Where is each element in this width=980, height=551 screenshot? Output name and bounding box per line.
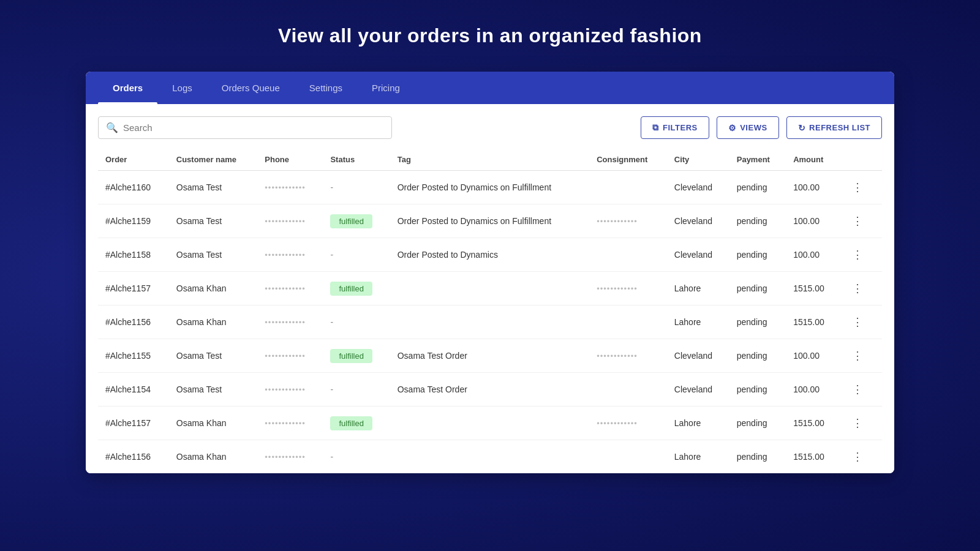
status-badge: fulfilled [330, 349, 372, 363]
cell-tag [390, 272, 589, 305]
cell-consignment [589, 305, 667, 339]
cell-order: #Alche1154 [98, 373, 169, 407]
consignment-value: •••••••••••• [597, 419, 638, 428]
row-more-button[interactable]: ⋮ [847, 449, 868, 465]
consignment-value: •••••••••••• [597, 284, 638, 293]
cell-customer: Osama Test [169, 373, 258, 407]
status-empty: - [330, 250, 333, 260]
tab-settings[interactable]: Settings [295, 72, 357, 104]
cell-more[interactable]: ⋮ [840, 305, 882, 339]
cell-status: fulfilled [323, 407, 390, 440]
table-row: #Alche1157 Osama Khan •••••••••••• fulfi… [98, 272, 882, 305]
table-row: #Alche1154 Osama Test •••••••••••• - Osa… [98, 373, 882, 407]
consignment-value: •••••••••••• [597, 217, 638, 226]
status-badge: fulfilled [330, 214, 372, 228]
cell-amount: 1515.00 [786, 407, 840, 440]
main-card: Orders Logs Orders Queue Settings Pricin… [86, 72, 894, 473]
cell-status: - [323, 440, 390, 474]
row-more-button[interactable]: ⋮ [847, 348, 868, 364]
cell-city: Lahore [667, 440, 729, 474]
tab-orders[interactable]: Orders [98, 72, 157, 104]
views-icon: ⚙ [728, 123, 737, 133]
tab-orders-queue[interactable]: Orders Queue [207, 72, 295, 104]
cell-amount: 100.00 [786, 171, 840, 204]
tab-bar: Orders Logs Orders Queue Settings Pricin… [86, 72, 894, 104]
cell-tag: Osama Test Order [390, 373, 589, 407]
col-city: City [667, 149, 729, 171]
col-tag: Tag [390, 149, 589, 171]
col-payment: Payment [729, 149, 786, 171]
cell-phone: •••••••••••• [257, 440, 323, 474]
col-customer: Customer name [169, 149, 258, 171]
tab-pricing[interactable]: Pricing [357, 72, 415, 104]
cell-phone: •••••••••••• [257, 204, 323, 238]
cell-payment: pending [729, 272, 786, 305]
cell-amount: 1515.00 [786, 305, 840, 339]
cell-tag: Order Posted to Dynamics on Fulfillment [390, 171, 589, 204]
cell-customer: Osama Khan [169, 305, 258, 339]
row-more-button[interactable]: ⋮ [847, 179, 868, 195]
col-status: Status [323, 149, 390, 171]
page-title: View all your orders in an organized fas… [278, 24, 702, 47]
cell-status: fulfilled [323, 272, 390, 305]
cell-city: Cleveland [667, 238, 729, 272]
cell-order: #Alche1156 [98, 305, 169, 339]
table-row: #Alche1155 Osama Test •••••••••••• fulfi… [98, 339, 882, 373]
views-button[interactable]: ⚙ VIEWS [717, 116, 779, 139]
col-phone: Phone [257, 149, 323, 171]
table-row: #Alche1157 Osama Khan •••••••••••• fulfi… [98, 407, 882, 440]
cell-customer: Osama Khan [169, 407, 258, 440]
cell-more[interactable]: ⋮ [840, 272, 882, 305]
cell-more[interactable]: ⋮ [840, 238, 882, 272]
cell-more[interactable]: ⋮ [840, 373, 882, 407]
search-icon: 🔍 [106, 122, 118, 133]
row-more-button[interactable]: ⋮ [847, 314, 868, 330]
cell-tag [390, 407, 589, 440]
cell-customer: Osama Test [169, 204, 258, 238]
cell-order: #Alche1155 [98, 339, 169, 373]
consignment-value: •••••••••••• [597, 351, 638, 361]
cell-consignment: •••••••••••• [589, 339, 667, 373]
cell-order: #Alche1160 [98, 171, 169, 204]
cell-city: Cleveland [667, 171, 729, 204]
table-row: #Alche1156 Osama Khan •••••••••••• - Lah… [98, 305, 882, 339]
cell-phone: •••••••••••• [257, 305, 323, 339]
col-amount: Amount [786, 149, 840, 171]
cell-city: Cleveland [667, 204, 729, 238]
content-area: 🔍 ⧉ FILTERS ⚙ VIEWS ↻ REFRESH LIST [86, 104, 894, 473]
cell-more[interactable]: ⋮ [840, 440, 882, 474]
status-badge: fulfilled [330, 416, 372, 430]
cell-more[interactable]: ⋮ [840, 204, 882, 238]
filters-button[interactable]: ⧉ FILTERS [641, 116, 709, 139]
cell-city: Cleveland [667, 373, 729, 407]
search-input[interactable] [123, 122, 384, 133]
cell-customer: Osama Test [169, 238, 258, 272]
row-more-button[interactable]: ⋮ [847, 213, 868, 229]
cell-phone: •••••••••••• [257, 171, 323, 204]
refresh-icon: ↻ [798, 123, 806, 133]
row-more-button[interactable]: ⋮ [847, 280, 868, 296]
status-empty: - [330, 317, 333, 327]
cell-amount: 100.00 [786, 339, 840, 373]
table-row: #Alche1159 Osama Test •••••••••••• fulfi… [98, 204, 882, 238]
cell-status: - [323, 238, 390, 272]
cell-tag: Order Posted to Dynamics [390, 238, 589, 272]
table-row: #Alche1156 Osama Khan •••••••••••• - Lah… [98, 440, 882, 474]
cell-status: fulfilled [323, 204, 390, 238]
search-wrapper[interactable]: 🔍 [98, 116, 392, 139]
tab-logs[interactable]: Logs [157, 72, 207, 104]
cell-status: fulfilled [323, 339, 390, 373]
cell-more[interactable]: ⋮ [840, 171, 882, 204]
row-more-button[interactable]: ⋮ [847, 381, 868, 397]
cell-amount: 1515.00 [786, 440, 840, 474]
cell-payment: pending [729, 373, 786, 407]
cell-customer: Osama Khan [169, 272, 258, 305]
cell-payment: pending [729, 407, 786, 440]
cell-more[interactable]: ⋮ [840, 339, 882, 373]
refresh-button[interactable]: ↻ REFRESH LIST [786, 116, 882, 139]
cell-more[interactable]: ⋮ [840, 407, 882, 440]
row-more-button[interactable]: ⋮ [847, 247, 868, 263]
status-empty: - [330, 452, 333, 462]
row-more-button[interactable]: ⋮ [847, 415, 868, 431]
cell-consignment [589, 238, 667, 272]
